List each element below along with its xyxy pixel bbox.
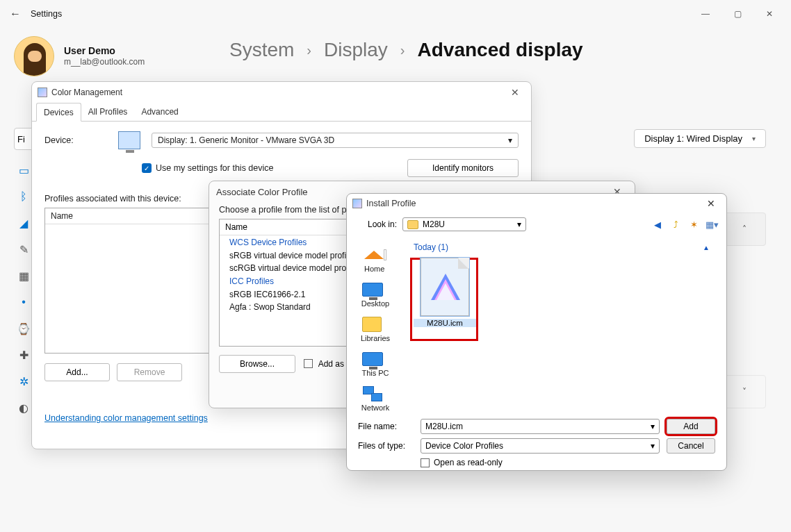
- checkbox-empty-icon: [421, 458, 430, 467]
- display-selector[interactable]: Display 1: Wired Display ▾: [634, 129, 766, 148]
- privacy-icon[interactable]: ◐: [15, 401, 32, 418]
- add-as-checkbox[interactable]: Add as: [304, 359, 344, 369]
- tab-devices[interactable]: Devices: [36, 103, 81, 122]
- file-item[interactable]: M28U.icm: [414, 258, 476, 327]
- places-bar: Home Desktop Libraries This PC Network: [347, 237, 404, 415]
- chevron-down-icon: ▾: [517, 219, 521, 229]
- checkbox-empty-icon: [304, 359, 313, 368]
- place-this-pc[interactable]: This PC: [361, 349, 389, 377]
- avatar: [14, 36, 54, 76]
- breadcrumb-advanced: Advanced display: [418, 39, 583, 61]
- tab-advanced[interactable]: Advanced: [134, 103, 185, 121]
- window-title: Settings: [31, 9, 62, 19]
- remove-button[interactable]: Remove: [117, 363, 182, 381]
- close-icon[interactable]: ✕: [701, 198, 721, 209]
- tab-all-profiles[interactable]: All Profiles: [81, 103, 135, 121]
- ip-title: Install Profile: [366, 199, 416, 208]
- nav-back-icon[interactable]: ◀: [651, 218, 664, 231]
- close-icon[interactable]: ✕: [505, 87, 525, 98]
- install-profile-dialog: Install Profile ✕ Look in: M28U ▾ ◀ ⤴ ✶ …: [346, 193, 727, 471]
- chevron-down-icon: ▾: [651, 422, 655, 431]
- close-button[interactable]: ✕: [753, 3, 785, 25]
- add-profile-button[interactable]: Add: [667, 419, 715, 434]
- profile-icon: [352, 199, 362, 208]
- system-icon[interactable]: ▭: [15, 164, 32, 181]
- find-input[interactable]: Fi: [14, 128, 32, 150]
- place-network[interactable]: Network: [361, 384, 389, 412]
- display-selector-label: Display 1: Wired Display: [644, 133, 742, 144]
- cm-tabs: Devices All Profiles Advanced: [32, 103, 531, 122]
- desktop-icon: [362, 283, 383, 297]
- back-icon[interactable]: ←: [6, 8, 25, 20]
- filename-input[interactable]: M28U.icm ▾: [421, 419, 660, 434]
- browse-button[interactable]: Browse...: [219, 355, 295, 373]
- breadcrumb: System › Display › Advanced display: [229, 39, 583, 61]
- lookin-select[interactable]: M28U ▾: [402, 217, 526, 231]
- lookin-value: M28U: [423, 219, 445, 229]
- chevron-right-icon: ›: [307, 42, 311, 58]
- checked-icon: ✓: [142, 163, 152, 173]
- collapse-icon[interactable]: ▲: [703, 244, 710, 251]
- add-button[interactable]: Add...: [44, 363, 110, 381]
- chevron-up-icon: ˄: [742, 224, 747, 234]
- accessibility-icon[interactable]: ✲: [15, 375, 32, 392]
- icc-profile-icon: [421, 258, 469, 316]
- display-info-collapse[interactable]: ˄: [723, 213, 766, 246]
- folder-icon: [407, 220, 418, 229]
- nav-up-icon[interactable]: ⤴: [669, 218, 682, 231]
- minimize-button[interactable]: —: [690, 3, 721, 25]
- file-area[interactable]: Today (1) ▲ M28U.icm: [404, 237, 726, 415]
- chevron-down-icon: ▾: [752, 135, 756, 142]
- chevron-down-icon: ˅: [742, 387, 747, 397]
- group-header[interactable]: Today (1): [414, 242, 448, 252]
- user-name: User Demo: [64, 44, 145, 57]
- bluetooth-icon[interactable]: ᛒ: [15, 190, 32, 207]
- network-icon: [363, 386, 382, 401]
- identify-monitors-button[interactable]: Identify monitors: [407, 159, 519, 177]
- device-select[interactable]: Display: 1. Generic Monitor - VMware SVG…: [152, 133, 519, 148]
- breadcrumb-display[interactable]: Display: [324, 39, 388, 61]
- chevron-right-icon: ›: [400, 42, 405, 58]
- home-icon: [364, 245, 386, 265]
- sidebar: ▭ ᛒ ◢ ✎ ▦ • ⌚ ✚ ✲ ◐: [15, 164, 32, 428]
- place-libraries[interactable]: Libraries: [361, 315, 390, 342]
- place-desktop[interactable]: Desktop: [361, 280, 389, 308]
- new-folder-icon[interactable]: ✶: [687, 218, 700, 231]
- device-value: Display: 1. Generic Monitor - VMware SVG…: [158, 135, 334, 145]
- display-info-collapse-2[interactable]: ˅: [723, 375, 766, 408]
- settings-window: ← Settings — ▢ ✕ User Demo m__lab@outloo…: [0, 0, 791, 532]
- cm-title: Color Management: [51, 88, 122, 97]
- user-mail: m__lab@outlook.com: [64, 57, 145, 68]
- chevron-down-icon: ▾: [651, 441, 655, 451]
- chevron-down-icon: ▾: [508, 135, 512, 145]
- view-menu-icon[interactable]: ▦▾: [706, 218, 718, 231]
- filetype-select[interactable]: Device Color Profiles ▾: [421, 438, 660, 454]
- personalize-icon[interactable]: ✎: [15, 243, 32, 260]
- apps-icon[interactable]: ▦: [15, 269, 32, 286]
- pc-icon: [362, 352, 383, 366]
- network-icon[interactable]: ◢: [15, 217, 32, 233]
- readonly-checkbox[interactable]: Open as read-only: [421, 458, 715, 467]
- use-settings-checkbox[interactable]: ✓ Use my settings for this device: [142, 163, 274, 173]
- file-name: M28U.icm: [414, 319, 476, 327]
- accounts-icon[interactable]: •: [15, 296, 32, 313]
- color-management-icon: [38, 88, 47, 97]
- filename-label: File name:: [358, 422, 414, 431]
- lookin-label: Look in:: [355, 219, 397, 229]
- time-icon[interactable]: ⌚: [15, 322, 32, 339]
- maximize-button[interactable]: ▢: [721, 3, 753, 25]
- cancel-button[interactable]: Cancel: [667, 438, 715, 454]
- gaming-icon[interactable]: ✚: [15, 349, 32, 365]
- breadcrumb-system[interactable]: System: [229, 39, 294, 61]
- filetype-label: Files of type:: [358, 441, 414, 451]
- libraries-icon: [362, 317, 382, 332]
- main-titlebar: ← Settings — ▢ ✕: [0, 0, 791, 28]
- help-link[interactable]: Understanding color management settings: [44, 413, 208, 423]
- acp-title: Associate Color Profile: [216, 187, 308, 197]
- device-label: Device:: [44, 135, 107, 145]
- place-home[interactable]: Home: [364, 245, 386, 273]
- monitor-icon: [118, 131, 140, 149]
